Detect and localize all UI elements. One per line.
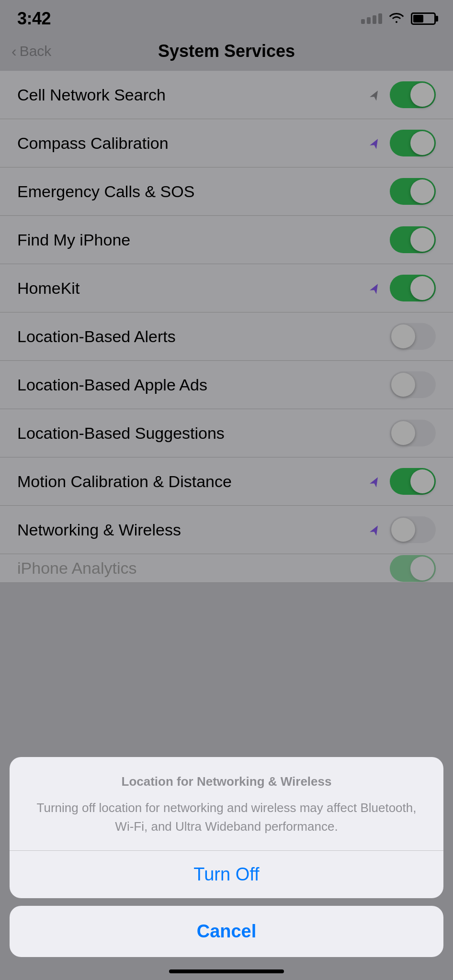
action-sheet-message: Turning off location for networking and … [29, 799, 424, 836]
cancel-button[interactable]: Cancel [10, 906, 443, 957]
home-indicator [169, 969, 284, 973]
turn-off-button[interactable]: Turn Off [10, 851, 443, 898]
action-sheet-content: Location for Networking & Wireless Turni… [10, 757, 443, 850]
action-sheet-cancel: Cancel [10, 906, 443, 957]
action-sheet-title: Location for Networking & Wireless [29, 774, 424, 789]
action-sheet-overlay: Location for Networking & Wireless Turni… [0, 757, 453, 980]
action-sheet-main: Location for Networking & Wireless Turni… [10, 757, 443, 898]
